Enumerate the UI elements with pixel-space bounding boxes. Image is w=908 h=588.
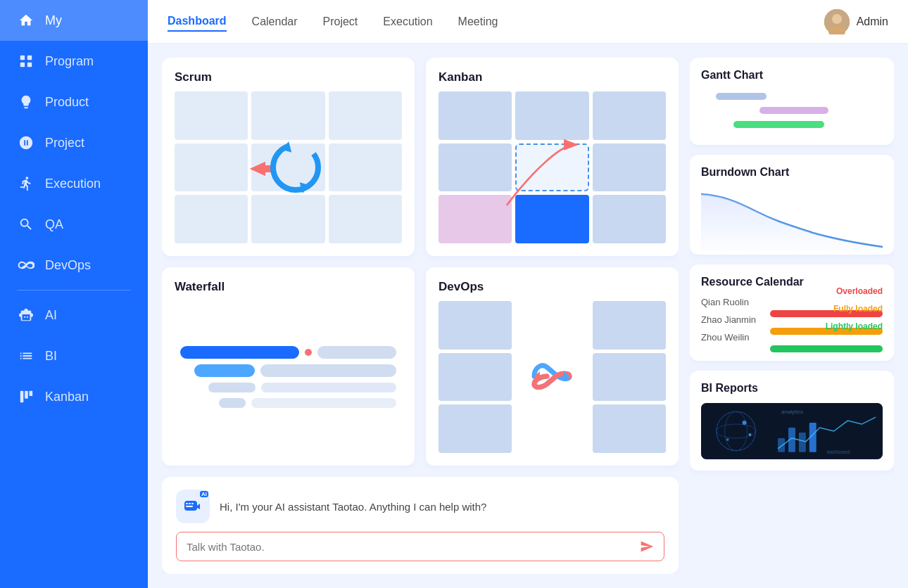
rocket-icon	[17, 134, 35, 152]
sidebar-item-label-devops: DevOps	[45, 258, 91, 273]
topnav-calendar[interactable]: Calendar	[252, 13, 298, 31]
send-icon[interactable]	[640, 539, 654, 554]
sidebar-item-devops[interactable]: DevOps	[0, 245, 148, 286]
sidebar-item-label-product: Product	[45, 95, 89, 110]
kanban-panel[interactable]: Kanban	[426, 58, 679, 256]
svg-rect-33	[799, 433, 806, 452]
bi-title: BI Reports	[701, 382, 883, 395]
grid-icon	[17, 52, 35, 70]
burndown-panel[interactable]: Burndown Chart	[690, 155, 894, 255]
ai-input[interactable]	[187, 541, 633, 553]
topnav-execution[interactable]: Execution	[383, 13, 432, 31]
sidebar-item-label-program: Program	[45, 54, 94, 69]
ai-chat-panel: AI Hi, I'm your AI assistant Taotao. Any…	[162, 477, 679, 574]
svg-rect-22	[186, 506, 193, 507]
resource-row-3: Zhou Weilin Lightly loaded	[701, 332, 883, 343]
waterfall-visual	[175, 301, 402, 453]
resource-bar-wrap-3: Lightly loaded	[770, 334, 883, 341]
sidebar-item-label-project: Project	[45, 136, 84, 151]
svg-marker-15	[250, 162, 265, 176]
sidebar-item-bi[interactable]: BI	[0, 335, 148, 376]
bi-visual: analytics dashboard	[701, 403, 883, 459]
panels-row-1: Scrum	[162, 58, 679, 256]
sidebar-item-label-bi: BI	[45, 349, 57, 364]
resource-status-3: Lightly loaded	[826, 321, 883, 331]
sidebar-item-execution[interactable]: Execution	[0, 163, 148, 204]
avatar	[824, 9, 850, 34]
svg-rect-1	[27, 56, 32, 60]
sidebar-item-label-qa: QA	[45, 217, 63, 232]
scrum-title: Scrum	[175, 70, 402, 84]
kanban-visual	[439, 91, 666, 243]
svg-rect-2	[20, 63, 25, 67]
resource-name-2: Zhao Jianmin	[701, 314, 764, 325]
devops-title: DevOps	[439, 280, 666, 294]
topnav-project[interactable]: Project	[323, 13, 358, 31]
sidebar-item-my[interactable]: My	[0, 0, 148, 41]
bi-panel[interactable]: BI Reports	[690, 371, 894, 471]
gantt-panel[interactable]: Gantt Chart	[690, 58, 894, 145]
waterfall-panel[interactable]: Waterfall	[162, 267, 415, 466]
topnav-dashboard[interactable]: Dashboard	[168, 12, 227, 32]
admin-label: Admin	[857, 15, 888, 28]
resource-name-3: Zhou Weilin	[701, 332, 764, 343]
svg-rect-31	[778, 438, 785, 452]
ai-input-row	[176, 532, 664, 561]
svg-rect-20	[189, 503, 191, 504]
sidebar-item-product[interactable]: Product	[0, 82, 148, 122]
sidebar-item-program[interactable]: Program	[0, 41, 148, 82]
svg-rect-4	[20, 391, 24, 403]
lightbulb-icon	[17, 93, 35, 111]
topnav: Dashboard Calendar Project Execution Mee…	[148, 0, 908, 44]
topnav-meeting[interactable]: Meeting	[458, 13, 498, 31]
gantt-title: Gantt Chart	[701, 69, 883, 82]
resource-name-1: Qian Ruolin	[701, 297, 764, 307]
waterfall-title: Waterfall	[175, 280, 402, 294]
scrum-visual	[175, 91, 402, 243]
svg-rect-21	[191, 503, 194, 504]
sidebar-item-project[interactable]: Project	[0, 122, 148, 163]
right-column: Gantt Chart Bu	[690, 58, 894, 574]
search-icon	[17, 215, 35, 234]
svg-rect-19	[186, 503, 188, 504]
svg-rect-5	[25, 391, 28, 399]
ai-message: Hi, I'm your AI assistant Taotao. Anythi…	[220, 501, 486, 513]
infinity-icon	[17, 256, 35, 274]
ai-badge: AI	[200, 491, 208, 497]
content-area: Scrum	[148, 44, 908, 588]
sidebar-item-label-ai: AI	[45, 308, 57, 323]
execution-icon	[17, 174, 35, 193]
sidebar: My Program Product Project Execution QA	[0, 0, 148, 588]
resource-status-1: Overloaded	[836, 286, 883, 296]
panels-area: Scrum	[162, 58, 679, 574]
burndown-title: Burndown Chart	[701, 166, 883, 179]
devops-panel[interactable]: DevOps	[426, 267, 679, 466]
home-icon	[17, 11, 35, 30]
svg-point-29	[726, 438, 729, 441]
svg-point-28	[743, 421, 747, 425]
chart-icon	[17, 347, 35, 365]
sidebar-item-label-kanban: Kanban	[45, 390, 89, 404]
main-area: Dashboard Calendar Project Execution Mee…	[148, 0, 908, 588]
sidebar-item-label-my: My	[45, 13, 62, 28]
svg-rect-0	[20, 56, 25, 60]
svg-rect-3	[27, 63, 32, 67]
sidebar-item-label-execution: Execution	[45, 177, 101, 191]
svg-rect-6	[30, 391, 33, 396]
svg-text:dashboard: dashboard	[827, 449, 850, 454]
svg-text:analytics: analytics	[781, 409, 803, 415]
sidebar-item-qa[interactable]: QA	[0, 204, 148, 245]
admin-area: Admin	[824, 9, 888, 34]
sidebar-item-kanban[interactable]: Kanban	[0, 376, 148, 417]
devops-visual	[439, 301, 666, 453]
resource-bar-3	[770, 345, 883, 352]
sidebar-item-ai[interactable]: AI	[0, 295, 148, 335]
resource-status-2: Fully loaded	[833, 304, 883, 314]
ai-icon: AI	[176, 490, 210, 523]
gantt-visual	[701, 90, 883, 134]
scrum-panel[interactable]: Scrum	[162, 58, 415, 256]
resource-panel: Resource Calendar Qian Ruolin Overloaded…	[690, 264, 894, 361]
robot-icon	[17, 306, 35, 324]
kanban-icon	[17, 388, 35, 406]
sidebar-divider	[17, 290, 131, 290]
